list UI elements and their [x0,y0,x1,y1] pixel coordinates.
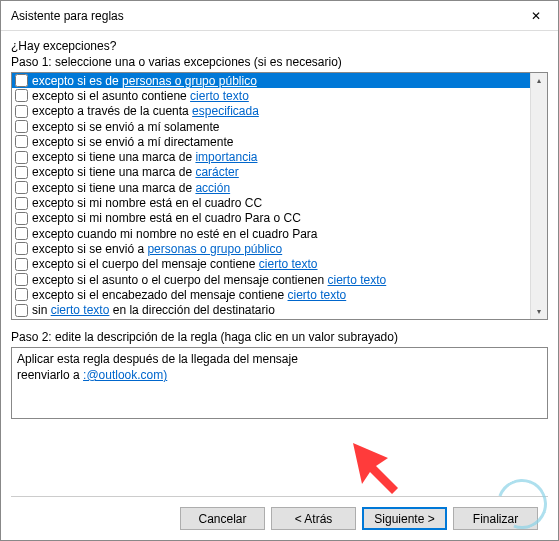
scroll-down-icon[interactable]: ▾ [532,304,547,319]
exception-text: excepto si mi nombre está en el cuadro C… [32,196,262,210]
exception-row[interactable]: excepto si se envió a personas o grupo p… [12,241,530,256]
exception-text: excepto si tiene una marca de importanci… [32,150,257,164]
exception-text: excepto si se envió a mí directamente [32,135,233,149]
exception-row[interactable]: excepto si mi nombre está en el cuadro C… [12,195,530,210]
exception-checkbox[interactable] [15,135,28,148]
exception-checkbox[interactable] [15,181,28,194]
step1-label: Paso 1: seleccione una o varias excepcio… [11,55,548,69]
exception-checkbox[interactable] [15,120,28,133]
exception-link[interactable]: cierto texto [328,273,387,287]
exception-link[interactable]: importancia [195,150,257,164]
step2-label: Paso 2: edite la descripción de la regla… [11,330,548,344]
exception-text: excepto si tiene una marca de carácter [32,165,239,179]
exception-checkbox[interactable] [15,105,28,118]
exception-row[interactable]: excepto si tiene una marca de importanci… [12,149,530,164]
exception-text: excepto si el asunto contiene cierto tex… [32,89,249,103]
exception-checkbox[interactable] [15,227,28,240]
dialog-body: ¿Hay excepciones? Paso 1: seleccione una… [1,31,558,540]
exception-text: excepto si mi nombre está en el cuadro P… [32,211,301,225]
exceptions-question: ¿Hay excepciones? [11,39,548,53]
exception-row[interactable]: excepto si el encabezado del mensaje con… [12,287,530,302]
exception-link[interactable]: cierto texto [51,318,110,319]
exception-row[interactable]: excepto si el cuerpo del mensaje contien… [12,257,530,272]
exception-link[interactable]: personas o grupo público [147,242,282,256]
exception-row[interactable]: excepto si tiene una marca de carácter [12,165,530,180]
exception-link[interactable]: cierto texto [259,257,318,271]
exception-text: excepto si tiene una marca de acción [32,181,230,195]
exception-checkbox[interactable] [15,258,28,271]
exception-link[interactable]: acción [195,181,230,195]
exception-link[interactable]: cierto texto [51,303,110,317]
exception-row[interactable]: excepto si se envió a mí solamente [12,119,530,134]
exception-checkbox[interactable] [15,273,28,286]
exception-text: sin cierto texto en la dirección del des… [32,303,275,317]
exception-text: excepto si el cuerpo del mensaje contien… [32,257,318,271]
exception-text: sin cierto texto en la dirección del rem… [32,318,263,319]
exception-link[interactable]: carácter [195,165,238,179]
exception-row[interactable]: excepto si el asunto contiene cierto tex… [12,88,530,103]
rules-wizard-window: Asistente para reglas ✕ ¿Hay excepciones… [0,0,559,541]
exception-checkbox[interactable] [15,288,28,301]
exception-row[interactable]: excepto si el asunto o el cuerpo del men… [12,272,530,287]
exception-link[interactable]: cierto texto [288,288,347,302]
exception-link[interactable]: personas o grupo público [122,74,257,88]
dialog-footer: Cancelar < Atrás Siguiente > Finalizar [11,496,548,540]
titlebar: Asistente para reglas ✕ [1,1,558,31]
desc-line2: reenviarlo a :@outlook.com) [17,367,542,383]
exception-row[interactable]: excepto cuando mi nombre no esté en el c… [12,226,530,241]
desc-line1: Aplicar esta regla después de la llegada… [17,351,542,367]
exception-row[interactable]: sin cierto texto en la dirección del rem… [12,318,530,319]
exception-row[interactable]: excepto si es de personas o grupo públic… [12,73,530,88]
back-button[interactable]: < Atrás [271,507,356,530]
exception-checkbox[interactable] [15,197,28,210]
forward-to-link[interactable]: :@outlook.com) [83,368,167,382]
exception-row[interactable]: excepto si tiene una marca de acción [12,180,530,195]
exception-row[interactable]: excepto a través de la cuenta especifica… [12,104,530,119]
scrollbar[interactable]: ▴ ▾ [530,73,547,319]
exception-link[interactable]: cierto texto [190,89,249,103]
exception-text: excepto si el asunto o el cuerpo del men… [32,273,386,287]
exception-checkbox[interactable] [15,89,28,102]
close-icon: ✕ [531,9,541,23]
window-title: Asistente para reglas [11,9,124,23]
exception-checkbox[interactable] [15,242,28,255]
exception-row[interactable]: sin cierto texto en la dirección del des… [12,302,530,317]
exception-text: excepto si es de personas o grupo públic… [32,74,257,88]
exception-checkbox[interactable] [15,212,28,225]
rule-description-box[interactable]: Aplicar esta regla después de la llegada… [11,347,548,419]
exception-checkbox[interactable] [15,151,28,164]
exception-link[interactable]: especificada [192,104,259,118]
exceptions-listbox[interactable]: excepto si es de personas o grupo públic… [11,72,548,320]
cancel-button[interactable]: Cancelar [180,507,265,530]
close-button[interactable]: ✕ [513,1,558,31]
finish-button[interactable]: Finalizar [453,507,538,530]
exception-row[interactable]: excepto si se envió a mí directamente [12,134,530,149]
exception-row[interactable]: excepto si mi nombre está en el cuadro P… [12,211,530,226]
exception-checkbox[interactable] [15,166,28,179]
exception-text: excepto si se envió a mí solamente [32,120,219,134]
exception-checkbox[interactable] [15,304,28,317]
exception-text: excepto si se envió a personas o grupo p… [32,242,282,256]
exception-text: excepto a través de la cuenta especifica… [32,104,259,118]
scroll-up-icon[interactable]: ▴ [532,73,547,88]
next-button[interactable]: Siguiente > [362,507,447,530]
exception-text: excepto si el encabezado del mensaje con… [32,288,346,302]
exception-checkbox[interactable] [15,74,28,87]
exception-text: excepto cuando mi nombre no esté en el c… [32,227,318,241]
